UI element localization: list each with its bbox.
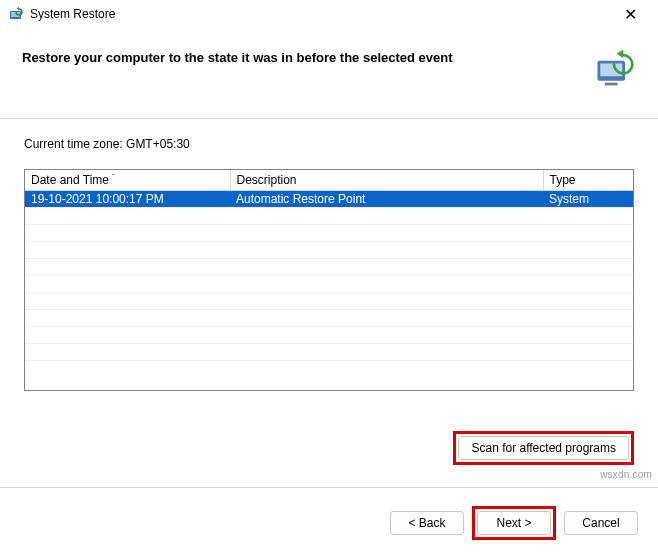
table-row-empty [25,276,633,293]
wizard-footer: < Back Next > Cancel [0,487,658,558]
column-type-label: Type [550,173,576,187]
scan-affected-programs-button[interactable]: Scan for affected programs [458,436,629,460]
sort-caret-icon: ˇ [112,172,115,181]
restore-points-table[interactable]: Date and Time ˇ Description Type 19-10-2… [24,169,634,391]
cell-type: System [543,191,633,208]
cell-datetime: 19-10-2021 10:00:17 PM [25,191,230,208]
table-row-empty [25,242,633,259]
table-row-empty [25,225,633,242]
column-datetime[interactable]: Date and Time ˇ [25,170,230,191]
system-restore-window: System Restore ✕ Restore your computer t… [0,0,658,558]
scan-button-highlight: Scan for affected programs [453,431,634,465]
table-row-empty [25,208,633,225]
cancel-button[interactable]: Cancel [564,511,638,535]
table-row-empty [25,310,633,327]
system-restore-icon [8,6,24,22]
restore-hero-icon [592,46,636,90]
table-row[interactable]: 19-10-2021 10:00:17 PM Automatic Restore… [25,191,633,208]
column-datetime-label: Date and Time [31,173,109,187]
table-row-empty [25,344,633,361]
titlebar: System Restore ✕ [0,0,658,32]
wizard-header: Restore your computer to the state it wa… [0,32,658,118]
back-button[interactable]: < Back [390,511,464,535]
table-row-empty [25,361,633,378]
table-header-row: Date and Time ˇ Description Type [25,170,633,191]
column-description-label: Description [237,173,297,187]
page-heading: Restore your computer to the state it wa… [22,46,584,65]
content-area: Current time zone: GMT+05:30 Date and Ti… [0,119,658,399]
watermark-text: wsxdn.com [600,469,652,480]
close-icon[interactable]: ✕ [610,5,650,24]
window-title: System Restore [30,7,610,21]
table-row-empty [25,327,633,344]
table-row-empty [25,259,633,276]
next-button[interactable]: Next > [477,511,551,535]
scan-row: Scan for affected programs [0,399,658,475]
table-row-empty [25,293,633,310]
next-button-highlight: Next > [472,506,556,540]
svg-rect-3 [600,63,622,76]
column-type[interactable]: Type [543,170,633,191]
timezone-label: Current time zone: GMT+05:30 [24,137,634,151]
cell-description: Automatic Restore Point [230,191,543,208]
svg-rect-4 [605,83,618,86]
column-description[interactable]: Description [230,170,543,191]
